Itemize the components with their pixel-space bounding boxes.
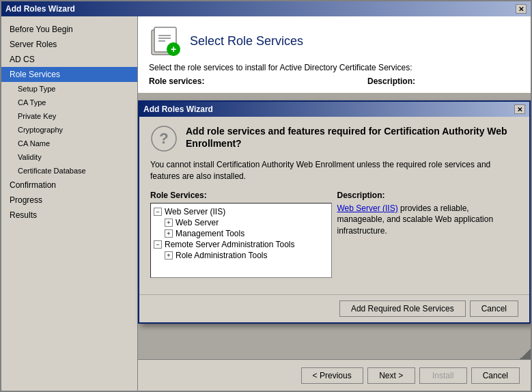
modal-two-columns: Role Services: − Web Server (IIS) [150,191,518,278]
page-header: + Select Role Services Select the role s… [138,16,531,94]
bottom-bar: < Previous Next > Install Cancel [138,359,531,391]
sidebar-item-before-you-begin[interactable]: Before You Begin [1,22,137,37]
tree-item-management-tools[interactable]: + Management Tools [154,228,328,239]
tree-label-remote-admin-tools: Remote Server Administration Tools [165,240,295,249]
sidebar-item-setup-type[interactable]: Setup Type [1,82,137,96]
page-body: Enrollment i Why are these role services… [138,94,531,359]
tree-item-web-server-iis[interactable]: − Web Server (IIS) [154,206,328,217]
tree-item-web-server[interactable]: + Web Server [154,217,328,228]
web-server-iis-link[interactable]: Web Server (IIS) [337,204,398,213]
tree-label-web-server: Web Server [176,218,219,227]
page-title-row: + Select Role Services [149,25,520,57]
main-content: Before You Begin Server Roles AD CS Role… [1,16,531,391]
modal-dialog: Add Roles Wizard ✕ ? [138,100,531,324]
modal-description-header: Description: [337,191,519,200]
modal-titlebar: Add Roles Wizard ✕ [139,102,529,117]
modal-close-button[interactable]: ✕ [514,104,525,114]
modal-overlay: Add Roles Wizard ✕ ? [138,94,531,359]
tree-item-role-admin-tools[interactable]: + Role Administration Tools [154,250,328,261]
col-header-role-services: Role services: [149,76,367,86]
next-button[interactable]: Next > [367,367,415,384]
expander-remote-admin-tools[interactable]: − [154,240,162,249]
sidebar-item-certificate-db[interactable]: Certificate Database [1,164,137,178]
modal-description: You cannot install Certification Authori… [150,159,518,182]
outer-window-title: Add Roles Wizard [5,4,75,14]
modal-question-icon: ? [150,125,178,152]
page-icon: + [149,25,182,57]
outer-close-button[interactable]: ✕ [516,4,527,14]
page-area: + Select Role Services Select the role s… [138,16,531,391]
install-button[interactable]: Install [419,367,467,384]
svg-text:?: ? [159,130,168,147]
sidebar-item-cryptography[interactable]: Cryptography [1,123,137,137]
modal-role-services-col: Role Services: − Web Server (IIS) [150,191,332,278]
tree-label-management-tools: Management Tools [176,229,244,238]
tree-label-web-server-iis: Web Server (IIS) [165,207,225,216]
add-required-role-services-button[interactable]: Add Required Role Services [339,300,466,317]
sidebar-item-ca-type[interactable]: CA Type [1,96,137,109]
tree-item-remote-admin-tools[interactable]: − Remote Server Administration Tools [154,239,328,250]
modal-body: ? Add role services and features require… [139,117,529,294]
tree-label-role-admin-tools: Role Administration Tools [176,251,268,260]
expander-web-server-iis[interactable]: − [154,208,162,216]
modal-role-services-header: Role Services: [150,191,332,200]
expander-role-admin-tools[interactable]: + [165,251,173,260]
sidebar-item-validity[interactable]: Validity [1,150,137,164]
modal-header-row: ? Add role services and features require… [150,125,518,152]
modal-heading: Add role services and features required … [186,125,518,150]
outer-titlebar: Add Roles Wizard ✕ [1,1,531,16]
col-header-description: Description: [367,76,520,86]
outer-titlebar-controls: ✕ [516,4,527,14]
outer-titlebar-title: Add Roles Wizard [5,4,75,14]
previous-button[interactable]: < Previous [301,367,363,384]
page-description: Select the role services to install for … [149,63,520,72]
modal-cancel-button[interactable]: Cancel [470,300,518,317]
sidebar-item-confirmation[interactable]: Confirmation [1,178,137,193]
sidebar: Before You Begin Server Roles AD CS Role… [1,16,138,391]
modal-footer: Add Required Role Services Cancel [139,294,529,322]
outer-window: Add Roles Wizard ✕ Before You Begin Serv… [0,0,532,392]
sidebar-item-private-key[interactable]: Private Key [1,109,137,123]
sidebar-item-progress[interactable]: Progress [1,193,137,208]
sidebar-item-ca-name[interactable]: CA Name [1,137,137,150]
sidebar-item-ad-cs[interactable]: AD CS [1,52,137,67]
cancel-button[interactable]: Cancel [471,367,520,384]
column-headers: Role services: Description: [149,75,520,87]
sidebar-item-server-roles[interactable]: Server Roles [1,37,137,52]
sidebar-item-role-services[interactable]: Role Services [1,67,137,82]
modal-title: Add Roles Wizard [143,104,213,114]
modal-description-col: Description: Web Server (IIS) provides a… [337,191,519,278]
expander-web-server[interactable]: + [165,219,173,227]
modal-description-text: Web Server (IIS) provides a reliable, ma… [337,203,519,237]
svg-text:+: + [171,44,176,55]
expander-management-tools[interactable]: + [165,229,173,238]
page-title: Select Role Services [190,34,303,48]
sidebar-item-results[interactable]: Results [1,208,137,223]
modal-role-services-list: − Web Server (IIS) + Web Server [150,203,332,278]
